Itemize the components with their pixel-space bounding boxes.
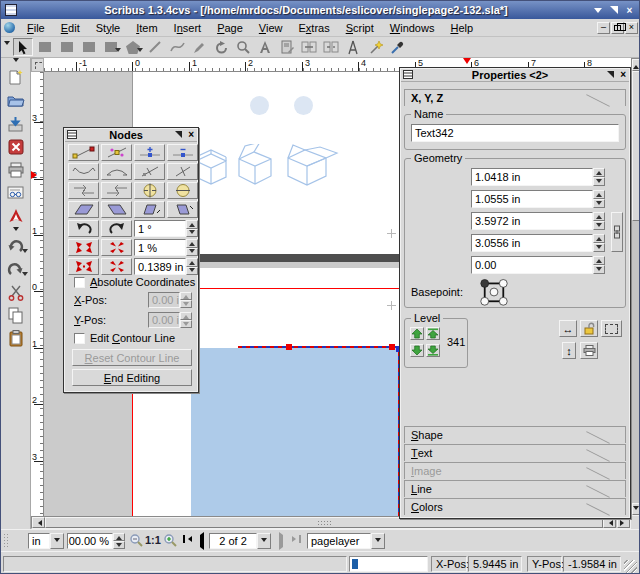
edit-contents-button[interactable] bbox=[255, 38, 275, 56]
zoom-100-button[interactable]: 1:1 bbox=[145, 534, 161, 546]
mirror-vertical-button[interactable] bbox=[167, 182, 198, 199]
spin-buttons[interactable] bbox=[593, 168, 605, 186]
flip-vertical-button[interactable]: ↕ bbox=[562, 342, 576, 359]
curve-symmetric-button[interactable] bbox=[68, 163, 99, 180]
story-editor-button[interactable] bbox=[277, 38, 297, 56]
width-field[interactable]: 3.5972 in bbox=[471, 212, 593, 230]
tab-line[interactable]: Line bbox=[404, 480, 626, 497]
mdi-restore-button[interactable] bbox=[611, 22, 624, 34]
palette-menu-icon[interactable] bbox=[403, 70, 413, 79]
insert-image-frame-button[interactable] bbox=[57, 38, 77, 56]
layer-dropdown-button[interactable] bbox=[371, 533, 385, 549]
measurements-button[interactable] bbox=[343, 38, 363, 56]
insert-shape-button[interactable] bbox=[101, 38, 121, 56]
scale-percent-spinbox[interactable]: 1 % bbox=[134, 239, 198, 256]
insert-bezier-button[interactable] bbox=[167, 38, 187, 56]
shear-horizontal-button[interactable] bbox=[68, 182, 99, 199]
save-document-button[interactable] bbox=[4, 113, 28, 134]
rotation-angle-spinbox[interactable]: 1 ° bbox=[134, 220, 198, 237]
scroll-left-button[interactable] bbox=[32, 517, 45, 528]
unit-dropdown-button[interactable] bbox=[50, 533, 64, 549]
canvas-box-drawings[interactable] bbox=[196, 144, 341, 198]
scale-length-spinbox[interactable]: 0.1389 in bbox=[134, 258, 198, 275]
toolbar-extender[interactable] bbox=[6, 58, 26, 66]
flip-horizontal-button[interactable]: ↔ bbox=[559, 320, 577, 337]
insert-text-frame-button[interactable] bbox=[35, 38, 55, 56]
move-node-button[interactable] bbox=[68, 144, 99, 161]
split-curve-button[interactable] bbox=[134, 163, 165, 180]
first-page-button[interactable] bbox=[183, 535, 192, 543]
lower-to-bottom-button[interactable] bbox=[426, 344, 440, 357]
menu-view[interactable]: View bbox=[251, 21, 291, 35]
menu-help[interactable]: Help bbox=[442, 21, 481, 35]
menu-script[interactable]: Script bbox=[338, 21, 382, 35]
scroll-up-button[interactable] bbox=[632, 59, 640, 71]
preflight-verifier-button[interactable] bbox=[4, 182, 28, 203]
vertical-ruler[interactable]: 3 2 1 0 1 2 3 bbox=[31, 72, 44, 516]
open-document-button[interactable] bbox=[4, 90, 28, 111]
raise-to-top-button[interactable] bbox=[426, 327, 440, 340]
vertical-scroll-thumb[interactable] bbox=[632, 71, 640, 221]
last-page-button[interactable] bbox=[292, 535, 301, 543]
insert-polygon-button[interactable] bbox=[123, 38, 143, 56]
close-document-button[interactable] bbox=[4, 136, 28, 157]
spin-buttons[interactable] bbox=[593, 234, 605, 252]
xpos-field[interactable]: 1.0418 in bbox=[471, 168, 593, 186]
mdi-close-button[interactable]: × bbox=[625, 22, 638, 34]
zoom-tool-button[interactable] bbox=[233, 38, 253, 56]
window-maximize-button[interactable] bbox=[607, 4, 620, 17]
spin-buttons[interactable] bbox=[593, 256, 605, 274]
name-input[interactable]: Text342 bbox=[411, 124, 619, 142]
copy-button[interactable] bbox=[4, 305, 28, 326]
previous-page-button[interactable] bbox=[197, 535, 204, 547]
zoom-value[interactable]: 100.00 % bbox=[67, 533, 113, 549]
raise-level-button[interactable] bbox=[410, 327, 424, 340]
rotate-cw-button[interactable] bbox=[101, 220, 132, 237]
menu-style[interactable]: Style bbox=[88, 21, 128, 35]
spin-buttons[interactable] bbox=[186, 258, 198, 275]
spin-buttons[interactable] bbox=[593, 190, 605, 208]
enable-printing-button[interactable] bbox=[580, 342, 598, 359]
cut-button[interactable] bbox=[4, 282, 28, 303]
scale-length-value[interactable]: 0.1389 in bbox=[134, 258, 186, 275]
toolbar-extender[interactable] bbox=[6, 227, 26, 235]
shrink-length-button[interactable] bbox=[101, 258, 132, 275]
selected-shape-fill[interactable] bbox=[191, 348, 398, 516]
ypos-field[interactable]: 1.0555 in bbox=[471, 190, 593, 208]
zoom-spinbox[interactable]: 100.00 % bbox=[67, 533, 125, 549]
rotate-item-button[interactable] bbox=[211, 38, 231, 56]
menu-windows[interactable]: Windows bbox=[382, 21, 443, 35]
link-width-height-button[interactable] bbox=[611, 212, 623, 252]
nodes-palette-titlebar[interactable]: Nodes × bbox=[64, 128, 198, 142]
delete-node-button[interactable] bbox=[167, 144, 198, 161]
skew-up-button[interactable] bbox=[134, 201, 165, 218]
menu-edit[interactable]: Edit bbox=[53, 21, 88, 35]
insert-freehand-button[interactable] bbox=[189, 38, 209, 56]
spin-buttons[interactable] bbox=[186, 220, 198, 237]
menu-extras[interactable]: Extras bbox=[290, 21, 337, 35]
lock-size-button[interactable] bbox=[601, 320, 622, 337]
palette-close-button[interactable]: × bbox=[188, 130, 194, 140]
scale-percent-value[interactable]: 1 % bbox=[134, 239, 186, 256]
shrink-percent-button[interactable] bbox=[101, 239, 132, 256]
next-page-button[interactable] bbox=[279, 535, 286, 547]
zoom-out-button[interactable] bbox=[129, 533, 143, 550]
shear-vertical-button[interactable] bbox=[101, 182, 132, 199]
page-dropdown-button[interactable] bbox=[257, 533, 271, 549]
palette-shade-button[interactable] bbox=[175, 131, 182, 138]
menu-file[interactable]: File bbox=[19, 21, 53, 35]
zoom-in-button[interactable] bbox=[163, 533, 177, 550]
palette-menu-icon[interactable] bbox=[67, 130, 77, 139]
insert-line-button[interactable] bbox=[145, 38, 165, 56]
paste-button[interactable] bbox=[4, 328, 28, 349]
skew-down-button[interactable] bbox=[167, 201, 198, 218]
enlarge-percent-button[interactable] bbox=[68, 239, 99, 256]
scroll-down-button[interactable] bbox=[632, 503, 640, 515]
skew-left-button[interactable] bbox=[68, 201, 99, 218]
skew-right-button[interactable] bbox=[101, 201, 132, 218]
insert-table-button[interactable] bbox=[79, 38, 99, 56]
palette-shade-button[interactable] bbox=[607, 71, 614, 78]
unit-value[interactable]: in bbox=[28, 533, 50, 549]
window-shade-button[interactable] bbox=[591, 4, 604, 17]
page-indicator[interactable]: 2 of 2 bbox=[209, 533, 257, 549]
